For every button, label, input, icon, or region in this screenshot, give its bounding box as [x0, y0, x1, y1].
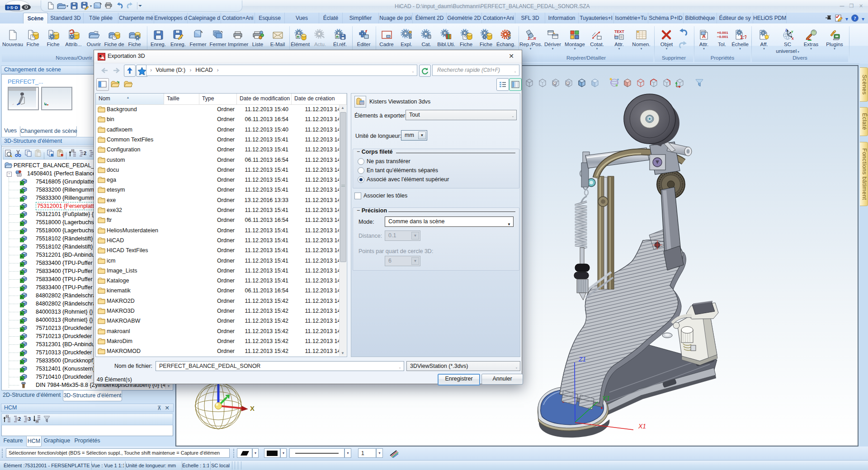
view-list-button[interactable]	[496, 78, 509, 91]
ribbon-tab-cotation-ani[interactable]: Cotation+Ani	[221, 13, 255, 24]
ribbon-button-aff-[interactable]: Aff.▾	[752, 25, 776, 54]
file-row[interactable]: ega Ordner 11.12.2013 15:41 11.12.2013 1…	[96, 175, 345, 185]
ribbon-tab--diteur-de-sy[interactable]: Éditeur de sy	[717, 13, 753, 24]
ribbon-tab-helios-pdm[interactable]: HELiOS PDM	[753, 13, 787, 24]
viewport-tool-cube-red4-icon[interactable]	[661, 77, 672, 90]
file-row[interactable]: docu Ordner 11.12.2013 15:41 11.12.2013 …	[96, 165, 345, 175]
file-row[interactable]: Kataloge Ordner 11.12.2013 15:41 11.12.2…	[96, 276, 345, 286]
viewport-tool-cube-q2-icon[interactable]: Q	[563, 77, 574, 90]
distance-select[interactable]: 0.1▼	[385, 230, 420, 241]
qat-new-document-button[interactable]	[46, 1, 56, 11]
line-color-dropdown[interactable]: ▾	[280, 448, 287, 458]
refresh-button[interactable]	[419, 65, 431, 77]
new-folder-button[interactable]	[109, 78, 121, 90]
help-dropdown-icon[interactable]: ▾	[862, 16, 864, 22]
hcm-tab-propri-t-s[interactable]: Propriétés	[73, 436, 101, 446]
pin-icon[interactable]	[825, 14, 832, 23]
breadcrumb-item[interactable]: Volume (D:)	[156, 67, 185, 73]
ribbon-button-attrib-[interactable]: Attrib...	[63, 25, 84, 54]
scroll-down-icon[interactable]: ▼	[340, 350, 345, 356]
line-width-dropdown[interactable]: ▾	[376, 448, 383, 458]
column-header-taille[interactable]: Taille	[164, 94, 199, 104]
nav-forward-button[interactable]	[111, 65, 122, 76]
file-row[interactable]: Common TextFiles Ordner 11.12.2013 15:41…	[96, 135, 345, 145]
file-row[interactable]: kinematik Ordner 06.11.2013 16:54 11.12.…	[96, 286, 345, 296]
qat-save-button[interactable]	[69, 1, 79, 11]
ribbon-button-tol-[interactable]: +0.001−0.001Tol.	[713, 25, 731, 54]
qat-redo-button[interactable]	[125, 1, 135, 11]
format-icon-button[interactable]	[354, 96, 366, 108]
nav-up-button[interactable]	[124, 65, 136, 77]
side-tab-fonctions-b-timent[interactable]: Fonctions bâtiment	[860, 142, 868, 206]
ribbon-tab-sch-ma-p-id[interactable]: Schéma P+ID	[648, 13, 684, 24]
search-chevron-icon[interactable]: ˬ	[514, 65, 516, 75]
ribbon-tab-calepinage-d[interactable]: Calepinage d	[188, 13, 221, 24]
line-style-select[interactable]	[289, 448, 344, 458]
dialog-close-icon[interactable]: ✕	[505, 52, 517, 61]
tree-toolbar-preview-icon[interactable]	[3, 148, 13, 158]
ribbon-button-nouveau[interactable]: Nouveau	[2, 25, 23, 54]
file-row[interactable]: ftr Ordner 06.11.2013 16:54 11.12.2013 1…	[96, 215, 345, 225]
hcm-close-icon[interactable]: ✕	[165, 404, 170, 412]
file-row[interactable]: cadfixoem Ordner 11.12.2013 15:40 11.12.…	[96, 125, 345, 135]
qat-open-dropdown-icon[interactable]: ▾	[66, 4, 68, 8]
column-header-date-de-modification[interactable]: Date de modification	[237, 94, 292, 104]
ribbon-button-d-river[interactable]: Dériver▾	[542, 25, 564, 54]
viewport-tool-filter-icon[interactable]	[694, 77, 705, 90]
viewport-tool-cube-red1-icon[interactable]	[622, 77, 633, 90]
tree-toolbar-level-2-icon[interactable]: 2	[77, 148, 87, 158]
file-row[interactable]: Configuration Ordner 11.12.2013 15:41 11…	[96, 145, 345, 155]
ribbon-tab-charpente-m-[interactable]: Charpente mé	[118, 13, 154, 24]
help-icon[interactable]: ?	[851, 14, 859, 24]
ribbon-button-attr-[interactable]: TEXTAttr.▾	[608, 25, 630, 54]
viewport-tool-cube-dash-icon[interactable]	[537, 77, 548, 90]
redo-button[interactable]	[679, 41, 690, 51]
file-list-scrollbar[interactable]: ▲ ▼	[339, 105, 346, 356]
hcm-tab-feature[interactable]: Feature	[3, 436, 24, 446]
file-row[interactable]: MAKRO2D Ordner 11.12.2013 15:42 11.12.20…	[96, 296, 345, 306]
tree-toolbar-copy-special-icon[interactable]	[45, 148, 55, 158]
tree-toolbar-level-up-icon[interactable]	[67, 148, 77, 158]
face-color-dropdown[interactable]: ▾	[252, 448, 259, 458]
face-color-swatch[interactable]	[237, 448, 252, 458]
save-button[interactable]: Enregistrer	[438, 374, 480, 385]
ribbon-tab-nuage-de-poi[interactable]: Nuage de poi	[379, 13, 413, 24]
scene-thumbnail-1[interactable]	[8, 87, 39, 110]
tree-toolbar-paste-icon[interactable]	[33, 148, 43, 158]
hcm-toolbar-level-2-icon[interactable]: 2	[12, 414, 22, 424]
ribbon-tab-information[interactable]: Information	[545, 13, 579, 24]
file-row[interactable]: MAKRO3D Ordner 11.12.2013 15:42 11.12.20…	[96, 306, 345, 316]
ribbon-tab-vues[interactable]: Vues	[285, 13, 319, 24]
ribbon-button-plugins[interactable]: Plugins▾	[823, 25, 846, 54]
cmdbar-grip[interactable]	[2, 449, 5, 458]
qat-close-scene-button[interactable]	[93, 1, 103, 11]
file-row[interactable]: MAKROABW Ordner 11.12.2013 15:42 11.12.2…	[96, 316, 345, 326]
folder-button[interactable]	[122, 78, 134, 90]
file-row[interactable]: makroanl Ordner 11.12.2013 15:42 11.12.2…	[96, 326, 345, 336]
file-row[interactable]: bin Ordner 06.11.2013 16:54 11.12.2013 1…	[96, 114, 345, 124]
hcm-toolbar-level-expand-icon[interactable]	[32, 414, 42, 424]
ribbon-button-fiche[interactable]: Fiche	[43, 25, 63, 54]
ribbon-button-nomen-[interactable]: Nomen.▾	[630, 25, 652, 54]
column-header-date-de-cr-ation[interactable]: Date de création	[292, 94, 347, 104]
nav-back-button[interactable]	[99, 65, 110, 76]
file-row[interactable]: custom Ordner 06.11.2013 16:54 11.12.201…	[96, 155, 345, 165]
layer-lines-icon[interactable]	[389, 448, 400, 458]
ribbon-button-cotat-[interactable]: Cotat.▾	[586, 25, 608, 54]
ribbon-button-extras[interactable]: Extras▾	[799, 25, 823, 54]
cancel-button[interactable]: Annuler	[481, 374, 523, 385]
ribbon-tab-isom-trie-tu[interactable]: Isométrie+Tu	[614, 13, 648, 24]
points-select[interactable]: 6▼	[385, 256, 420, 266]
unit-select[interactable]: mm▼	[401, 130, 427, 141]
file-row[interactable]: HICAD TextFiles Ordner 11.12.2013 15:41 …	[96, 245, 345, 255]
tree-expander-icon[interactable]: −	[7, 172, 12, 177]
dialog-titlebar[interactable]: Exportation 3D ✕	[94, 50, 522, 63]
breadcrumb-bar[interactable]: ›Volume (D:)›HiCAD›ˬ	[146, 65, 417, 76]
tree-toolbar-copy-icon[interactable]	[23, 148, 33, 158]
breadcrumb-dropdown-icon[interactable]: ˬ	[412, 65, 414, 75]
ribbon-tab--clat-[interactable]: Éclaté	[319, 13, 343, 24]
scene-tab-changement-de-sc-ne[interactable]: Changement de scène	[20, 126, 77, 137]
filename-input[interactable]: PERFECT_BALANCE_PEDAL_SONOR ˬ	[156, 361, 404, 371]
line-style-dropdown[interactable]: ▾	[344, 448, 351, 458]
file-row[interactable]: icm Ordner 11.12.2013 15:41 11.12.2013 1…	[96, 256, 345, 266]
